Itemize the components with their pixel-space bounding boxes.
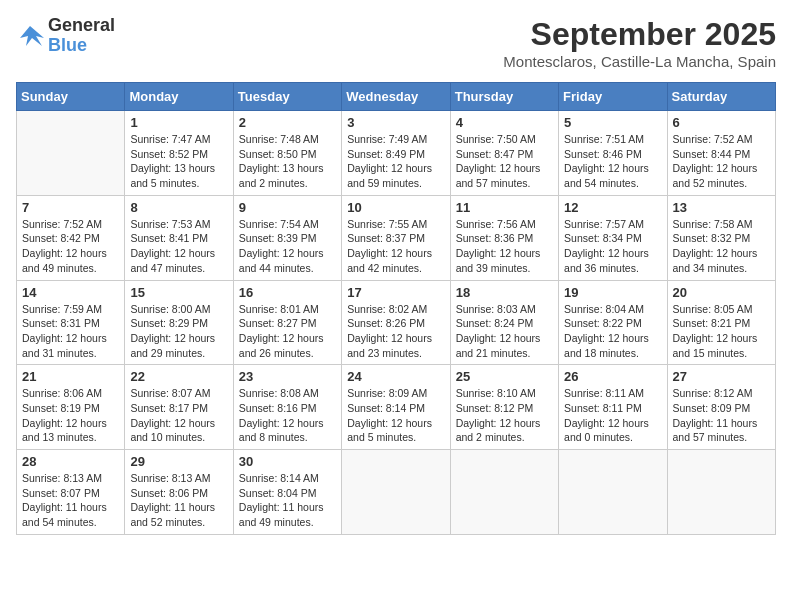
- day-number: 13: [673, 200, 770, 215]
- location-title: Montesclaros, Castille-La Mancha, Spain: [503, 53, 776, 70]
- calendar-cell: 9Sunrise: 7:54 AMSunset: 8:39 PMDaylight…: [233, 195, 341, 280]
- calendar-cell: 3Sunrise: 7:49 AMSunset: 8:49 PMDaylight…: [342, 111, 450, 196]
- day-info: Sunrise: 8:05 AMSunset: 8:21 PMDaylight:…: [673, 302, 770, 361]
- weekday-header: Thursday: [450, 83, 558, 111]
- calendar-cell: 2Sunrise: 7:48 AMSunset: 8:50 PMDaylight…: [233, 111, 341, 196]
- day-info: Sunrise: 7:52 AMSunset: 8:42 PMDaylight:…: [22, 217, 119, 276]
- day-number: 3: [347, 115, 444, 130]
- day-info: Sunrise: 7:56 AMSunset: 8:36 PMDaylight:…: [456, 217, 553, 276]
- calendar-cell: 18Sunrise: 8:03 AMSunset: 8:24 PMDayligh…: [450, 280, 558, 365]
- calendar-table: SundayMondayTuesdayWednesdayThursdayFrid…: [16, 82, 776, 535]
- day-info: Sunrise: 8:08 AMSunset: 8:16 PMDaylight:…: [239, 386, 336, 445]
- calendar-cell: 4Sunrise: 7:50 AMSunset: 8:47 PMDaylight…: [450, 111, 558, 196]
- calendar-week-row: 28Sunrise: 8:13 AMSunset: 8:07 PMDayligh…: [17, 450, 776, 535]
- day-info: Sunrise: 8:14 AMSunset: 8:04 PMDaylight:…: [239, 471, 336, 530]
- calendar-cell: 27Sunrise: 8:12 AMSunset: 8:09 PMDayligh…: [667, 365, 775, 450]
- calendar-week-row: 14Sunrise: 7:59 AMSunset: 8:31 PMDayligh…: [17, 280, 776, 365]
- day-info: Sunrise: 7:53 AMSunset: 8:41 PMDaylight:…: [130, 217, 227, 276]
- svg-marker-0: [20, 26, 44, 46]
- calendar-cell: [17, 111, 125, 196]
- day-number: 22: [130, 369, 227, 384]
- calendar-cell: 25Sunrise: 8:10 AMSunset: 8:12 PMDayligh…: [450, 365, 558, 450]
- day-number: 18: [456, 285, 553, 300]
- day-info: Sunrise: 8:11 AMSunset: 8:11 PMDaylight:…: [564, 386, 661, 445]
- day-number: 29: [130, 454, 227, 469]
- day-info: Sunrise: 8:06 AMSunset: 8:19 PMDaylight:…: [22, 386, 119, 445]
- day-number: 25: [456, 369, 553, 384]
- day-info: Sunrise: 7:55 AMSunset: 8:37 PMDaylight:…: [347, 217, 444, 276]
- day-number: 26: [564, 369, 661, 384]
- calendar-week-row: 1Sunrise: 7:47 AMSunset: 8:52 PMDaylight…: [17, 111, 776, 196]
- day-number: 15: [130, 285, 227, 300]
- day-number: 14: [22, 285, 119, 300]
- day-number: 20: [673, 285, 770, 300]
- calendar-cell: 12Sunrise: 7:57 AMSunset: 8:34 PMDayligh…: [559, 195, 667, 280]
- calendar-cell: 8Sunrise: 7:53 AMSunset: 8:41 PMDaylight…: [125, 195, 233, 280]
- day-info: Sunrise: 8:07 AMSunset: 8:17 PMDaylight:…: [130, 386, 227, 445]
- calendar-cell: 15Sunrise: 8:00 AMSunset: 8:29 PMDayligh…: [125, 280, 233, 365]
- day-info: Sunrise: 8:02 AMSunset: 8:26 PMDaylight:…: [347, 302, 444, 361]
- calendar-cell: [450, 450, 558, 535]
- page-header: General Blue September 2025 Montesclaros…: [16, 16, 776, 70]
- weekday-header: Wednesday: [342, 83, 450, 111]
- calendar-cell: 22Sunrise: 8:07 AMSunset: 8:17 PMDayligh…: [125, 365, 233, 450]
- day-number: 17: [347, 285, 444, 300]
- day-number: 24: [347, 369, 444, 384]
- day-info: Sunrise: 7:47 AMSunset: 8:52 PMDaylight:…: [130, 132, 227, 191]
- calendar-cell: [667, 450, 775, 535]
- day-number: 27: [673, 369, 770, 384]
- day-number: 9: [239, 200, 336, 215]
- day-number: 7: [22, 200, 119, 215]
- logo-line2: Blue: [48, 36, 115, 56]
- day-info: Sunrise: 8:10 AMSunset: 8:12 PMDaylight:…: [456, 386, 553, 445]
- day-info: Sunrise: 7:49 AMSunset: 8:49 PMDaylight:…: [347, 132, 444, 191]
- weekday-header: Monday: [125, 83, 233, 111]
- calendar-cell: 11Sunrise: 7:56 AMSunset: 8:36 PMDayligh…: [450, 195, 558, 280]
- logo-line1: General: [48, 16, 115, 36]
- weekday-header: Friday: [559, 83, 667, 111]
- day-info: Sunrise: 7:51 AMSunset: 8:46 PMDaylight:…: [564, 132, 661, 191]
- calendar-cell: 6Sunrise: 7:52 AMSunset: 8:44 PMDaylight…: [667, 111, 775, 196]
- logo: General Blue: [16, 16, 115, 56]
- calendar-cell: 7Sunrise: 7:52 AMSunset: 8:42 PMDaylight…: [17, 195, 125, 280]
- weekday-header: Sunday: [17, 83, 125, 111]
- day-number: 10: [347, 200, 444, 215]
- day-info: Sunrise: 8:03 AMSunset: 8:24 PMDaylight:…: [456, 302, 553, 361]
- calendar-cell: 21Sunrise: 8:06 AMSunset: 8:19 PMDayligh…: [17, 365, 125, 450]
- weekday-header: Saturday: [667, 83, 775, 111]
- day-number: 16: [239, 285, 336, 300]
- day-number: 4: [456, 115, 553, 130]
- calendar-cell: 17Sunrise: 8:02 AMSunset: 8:26 PMDayligh…: [342, 280, 450, 365]
- calendar-cell: 19Sunrise: 8:04 AMSunset: 8:22 PMDayligh…: [559, 280, 667, 365]
- day-number: 8: [130, 200, 227, 215]
- calendar-cell: 13Sunrise: 7:58 AMSunset: 8:32 PMDayligh…: [667, 195, 775, 280]
- calendar-cell: [342, 450, 450, 535]
- weekday-header: Tuesday: [233, 83, 341, 111]
- day-info: Sunrise: 7:58 AMSunset: 8:32 PMDaylight:…: [673, 217, 770, 276]
- day-info: Sunrise: 7:48 AMSunset: 8:50 PMDaylight:…: [239, 132, 336, 191]
- calendar-cell: 14Sunrise: 7:59 AMSunset: 8:31 PMDayligh…: [17, 280, 125, 365]
- month-title: September 2025: [503, 16, 776, 53]
- calendar-cell: 26Sunrise: 8:11 AMSunset: 8:11 PMDayligh…: [559, 365, 667, 450]
- day-number: 23: [239, 369, 336, 384]
- title-block: September 2025 Montesclaros, Castille-La…: [503, 16, 776, 70]
- day-number: 11: [456, 200, 553, 215]
- day-number: 6: [673, 115, 770, 130]
- day-number: 21: [22, 369, 119, 384]
- day-number: 30: [239, 454, 336, 469]
- day-info: Sunrise: 7:52 AMSunset: 8:44 PMDaylight:…: [673, 132, 770, 191]
- calendar-cell: 10Sunrise: 7:55 AMSunset: 8:37 PMDayligh…: [342, 195, 450, 280]
- logo-icon: [16, 24, 44, 48]
- weekday-header-row: SundayMondayTuesdayWednesdayThursdayFrid…: [17, 83, 776, 111]
- day-info: Sunrise: 7:57 AMSunset: 8:34 PMDaylight:…: [564, 217, 661, 276]
- calendar-cell: 23Sunrise: 8:08 AMSunset: 8:16 PMDayligh…: [233, 365, 341, 450]
- calendar-cell: 1Sunrise: 7:47 AMSunset: 8:52 PMDaylight…: [125, 111, 233, 196]
- day-number: 12: [564, 200, 661, 215]
- calendar-cell: 29Sunrise: 8:13 AMSunset: 8:06 PMDayligh…: [125, 450, 233, 535]
- day-info: Sunrise: 8:12 AMSunset: 8:09 PMDaylight:…: [673, 386, 770, 445]
- day-info: Sunrise: 7:54 AMSunset: 8:39 PMDaylight:…: [239, 217, 336, 276]
- calendar-cell: 5Sunrise: 7:51 AMSunset: 8:46 PMDaylight…: [559, 111, 667, 196]
- day-info: Sunrise: 8:09 AMSunset: 8:14 PMDaylight:…: [347, 386, 444, 445]
- day-number: 2: [239, 115, 336, 130]
- calendar-cell: 20Sunrise: 8:05 AMSunset: 8:21 PMDayligh…: [667, 280, 775, 365]
